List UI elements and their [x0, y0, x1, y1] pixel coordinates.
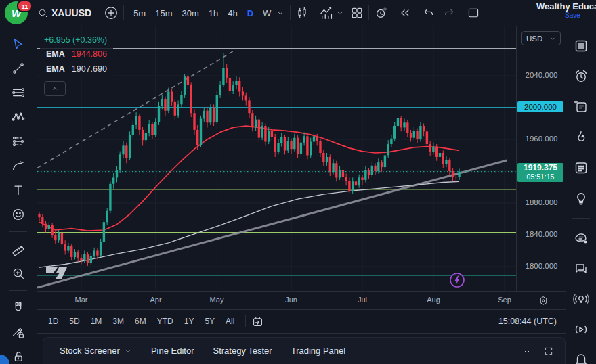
podcasts-icon[interactable] [570, 319, 592, 340]
sidebar-divider [572, 218, 590, 219]
timeframe-button-30m[interactable]: 30m [177, 4, 203, 22]
watchlist-icon[interactable] [570, 35, 592, 57]
ema-legend-row[interactable]: EMA1944.806 [40, 47, 113, 61]
toolbar-separator [368, 5, 369, 20]
bottom-tab-label: Trading Panel [291, 346, 345, 356]
brush-tool-button[interactable] [8, 156, 28, 176]
timeframe-button-15m[interactable]: 15m [150, 4, 177, 22]
panel-maximize-button[interactable] [543, 346, 554, 357]
time-axis-month-label: Aug [427, 296, 440, 304]
price-axis[interactable]: USD 2040.0001960.0001880.0001840.0001800… [516, 26, 566, 291]
time-axis[interactable]: MarAprMayJunJulAugSep [37, 291, 566, 310]
go-to-date-button[interactable] [251, 315, 264, 328]
price-axis-label: 2040.000 [517, 71, 566, 79]
forecast-tool-button[interactable] [8, 131, 28, 152]
bottom-tab-label: Pine Editor [151, 346, 194, 356]
notes-icon[interactable] [570, 96, 592, 118]
range-button-3M[interactable]: 3M [107, 314, 129, 329]
alerts-icon[interactable] [570, 66, 592, 87]
magnet-tool-button[interactable] [8, 298, 28, 318]
text-tool-button[interactable] [8, 180, 28, 200]
layout-grid-button[interactable] [350, 6, 364, 20]
economic-calendar-icon[interactable] [570, 157, 592, 179]
date-range-row: 1D5D1M3M6MYTD1Y5YAll 15:08:44 (UTC) [37, 309, 566, 334]
timeframe-menu-chevron[interactable] [276, 8, 285, 18]
price-level-badge-2000: 2000.000 [517, 101, 563, 112]
indicators-menu-chevron[interactable] [335, 8, 345, 18]
undo-button[interactable] [422, 6, 435, 20]
timeframe-button-W[interactable]: W [258, 4, 276, 22]
toolbar-divider [9, 290, 27, 291]
wealthy-education-logo[interactable]: W 11 [5, 1, 28, 24]
fullscreen-button[interactable] [467, 7, 480, 19]
indicators-button[interactable] [319, 5, 335, 20]
cursor-tool-button[interactable] [8, 34, 28, 54]
bottom-tab-strategy-tester[interactable]: Strategy Tester [213, 346, 272, 356]
price-change-label: +6.955 (+0.36%) [40, 34, 111, 46]
trend-line-tool-button[interactable] [8, 58, 28, 78]
timeframe-group: 5m15m30m1h4hDW [129, 4, 276, 22]
time-axis-month-label: Apr [150, 296, 161, 304]
range-button-1D[interactable]: 1D [43, 314, 64, 329]
panel-expand-chevron-button[interactable] [522, 346, 532, 357]
zoom-in-tool-button[interactable] [8, 263, 28, 283]
timeframe-button-4h[interactable]: 4h [223, 4, 242, 22]
lock-all-tool-button[interactable] [8, 346, 28, 364]
bottom-panel-tabs: Stock ScreenerPine EditorStrategy Tester… [50, 346, 355, 356]
event-marker-icon[interactable] [449, 272, 465, 288]
fib-retracement-tool-button[interactable] [8, 83, 28, 103]
range-button-5D[interactable]: 5D [64, 314, 85, 329]
drawing-lock-tool-button[interactable] [8, 322, 28, 342]
measure-tool-button[interactable] [8, 239, 28, 259]
account-menu[interactable]: Wealthy Educa Save [536, 1, 596, 24]
session-clock[interactable]: 15:08:44 (UTC) [498, 317, 557, 326]
hotlists-icon[interactable] [570, 127, 592, 148]
symbol-search-button[interactable]: XAUUSD [51, 7, 91, 18]
range-button-YTD[interactable]: YTD [152, 314, 179, 329]
minds-icon[interactable] [570, 227, 592, 249]
right-sidebar [566, 26, 596, 364]
time-axis-month-label: Mar [75, 296, 88, 304]
time-axis-month-label: Jun [285, 296, 297, 304]
range-button-6M[interactable]: 6M [129, 314, 152, 329]
redo-button[interactable] [442, 6, 456, 20]
timeframe-button-5m[interactable]: 5m [129, 4, 150, 22]
range-button-1Y[interactable]: 1Y [179, 314, 200, 329]
bottom-tab-pine-editor[interactable]: Pine Editor [151, 346, 194, 356]
notification-count-badge: 11 [17, 0, 33, 12]
currency-dropdown[interactable]: USD [522, 31, 561, 45]
timeframe-button-1h[interactable]: 1h [204, 4, 223, 22]
range-button-5Y[interactable]: 5Y [199, 314, 220, 329]
ema-value: 1944.806 [72, 49, 107, 59]
trading-platform-window: W 11 XAUUSD 5m15m30m1h4hDW [0, 0, 596, 364]
chart-style-candles-button[interactable] [295, 6, 309, 20]
range-button-1M[interactable]: 1M [85, 314, 108, 329]
currency-label: USD [526, 35, 542, 43]
chat-icon[interactable] [570, 258, 592, 279]
ema-legend-row[interactable]: EMA1907.690 [40, 62, 113, 76]
timeframe-button-D[interactable]: D [242, 4, 258, 22]
legend-collapse-button[interactable] [44, 81, 66, 96]
account-name: Wealthy Educa [536, 1, 596, 12]
ema-value: 1907.690 [72, 64, 107, 74]
last-price-value: 1919.375 [517, 164, 563, 173]
bottom-panel: Stock ScreenerPine EditorStrategy Tester… [37, 334, 566, 364]
chart-legend: +6.955 (+0.36%) EMA1944.806 EMA1907.690 [40, 34, 113, 96]
bottom-tab-stock-screener[interactable]: Stock Screener [60, 346, 132, 356]
streams-icon[interactable] [570, 288, 592, 310]
range-button-All[interactable]: All [220, 314, 240, 329]
save-button[interactable]: Save [565, 12, 596, 19]
price-axis-label: 1960.000 [517, 135, 566, 143]
compare-add-button[interactable] [104, 5, 119, 20]
notifications-icon[interactable] [570, 349, 592, 364]
bar-replay-button[interactable] [398, 6, 412, 20]
price-axis-label: 1840.000 [517, 230, 566, 238]
axis-settings-gear-icon[interactable] [538, 295, 549, 306]
emoji-tool-button[interactable] [8, 204, 28, 225]
ideas-icon[interactable] [570, 187, 592, 209]
alert-add-button[interactable] [374, 5, 389, 20]
chart-pane[interactable]: +6.955 (+0.36%) EMA1944.806 EMA1907.690 [37, 26, 516, 291]
top-toolbar: W 11 XAUUSD 5m15m30m1h4hDW [0, 0, 596, 26]
pattern-xabcd-tool-button[interactable] [8, 107, 28, 127]
bottom-tab-trading-panel[interactable]: Trading Panel [291, 346, 345, 356]
